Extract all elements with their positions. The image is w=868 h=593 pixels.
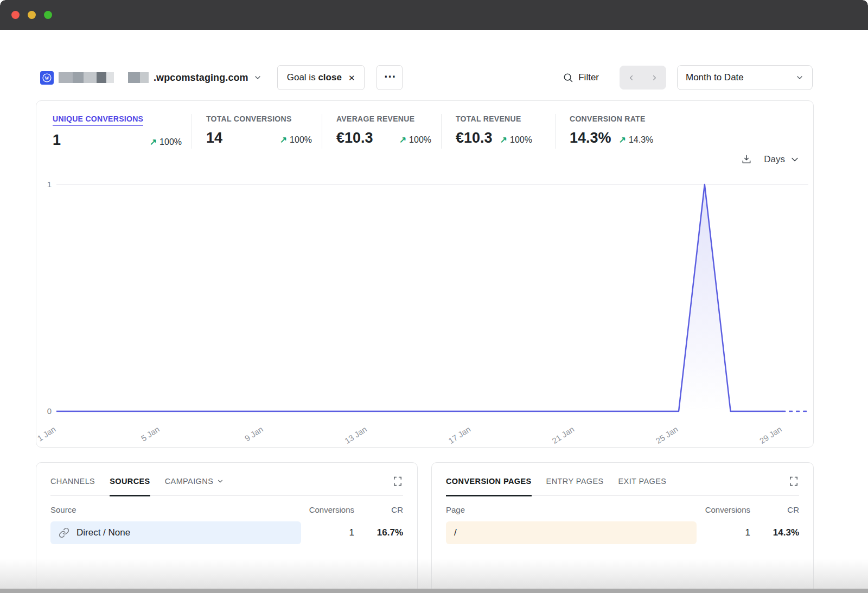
date-range-value: Month to Date bbox=[686, 72, 744, 83]
metric-change: ↗100% bbox=[500, 135, 532, 145]
metric-label: TOTAL REVENUE bbox=[456, 114, 521, 123]
search-icon bbox=[563, 72, 573, 83]
previous-period-button[interactable] bbox=[620, 66, 643, 90]
svg-text:17 Jan: 17 Jan bbox=[446, 424, 472, 444]
trend-up-icon: ↗ bbox=[619, 135, 626, 145]
svg-text:9 Jan: 9 Jan bbox=[243, 424, 265, 443]
metric-average-revenue[interactable]: AVERAGE REVENUE €10.3 ↗100% bbox=[322, 114, 441, 149]
chevron-down-icon bbox=[789, 154, 800, 165]
row-cr: 16.7% bbox=[354, 527, 403, 538]
header-bar: W .wpcomstaging.com Goal is close ✕ ⋯ bbox=[40, 65, 403, 90]
column-cr: CR bbox=[354, 505, 403, 514]
tab-channels[interactable]: CHANNELS bbox=[50, 477, 95, 496]
header-right-controls: Filter Month to Date bbox=[563, 65, 813, 90]
svg-text:W: W bbox=[44, 75, 49, 80]
trend-up-icon: ↗ bbox=[500, 135, 507, 145]
svg-text:13 Jan: 13 Jan bbox=[343, 424, 368, 444]
sources-table-header: Source Conversions CR bbox=[50, 505, 403, 514]
metric-conversion-rate[interactable]: CONVERSION RATE 14.3% ↗14.3% bbox=[555, 114, 696, 149]
column-page: Page bbox=[446, 505, 691, 514]
filter-button[interactable]: Filter bbox=[563, 72, 599, 83]
download-icon[interactable] bbox=[741, 154, 752, 165]
metric-tabs: UNIQUE CONVERSIONS 1 ↗100% TOTAL CONVERS… bbox=[36, 101, 813, 149]
trend-up-icon: ↗ bbox=[280, 135, 287, 145]
column-conversions: Conversions bbox=[691, 505, 750, 514]
app-content: W .wpcomstaging.com Goal is close ✕ ⋯ Fi… bbox=[0, 30, 868, 593]
metric-total-conversions[interactable]: TOTAL CONVERSIONS 14 ↗100% bbox=[192, 114, 322, 149]
source-name: Direct / None bbox=[50, 527, 295, 538]
fullscreen-icon bbox=[392, 476, 403, 487]
site-selector[interactable]: W .wpcomstaging.com bbox=[40, 71, 262, 85]
metric-change: ↗100% bbox=[150, 137, 182, 147]
minimize-window-button[interactable] bbox=[28, 11, 36, 19]
row-cr: 14.3% bbox=[750, 527, 799, 538]
svg-text:1: 1 bbox=[47, 180, 52, 189]
tab-exit-pages[interactable]: EXIT PAGES bbox=[618, 477, 667, 496]
metric-change: ↗100% bbox=[399, 135, 431, 145]
window-bottom-edge bbox=[0, 589, 868, 593]
chevron-down-icon bbox=[216, 477, 224, 485]
remove-filter-icon[interactable]: ✕ bbox=[348, 74, 355, 82]
granularity-value: Days bbox=[764, 154, 785, 165]
more-options-button[interactable]: ⋯ bbox=[376, 65, 403, 90]
chevron-right-icon bbox=[650, 74, 659, 82]
chevron-left-icon bbox=[627, 74, 635, 82]
pages-card: CONVERSION PAGES ENTRY PAGES EXIT PAGES … bbox=[431, 462, 814, 593]
conversions-card: UNIQUE CONVERSIONS 1 ↗100% TOTAL CONVERS… bbox=[36, 100, 814, 448]
metric-value: 14.3% bbox=[570, 130, 611, 146]
column-source: Source bbox=[50, 505, 295, 514]
chevron-down-icon bbox=[795, 73, 804, 82]
metric-value: 1 bbox=[53, 132, 61, 149]
table-row[interactable]: / 1 14.3% bbox=[446, 521, 799, 544]
fullscreen-icon bbox=[788, 476, 799, 487]
granularity-select[interactable]: Days bbox=[764, 154, 800, 165]
metric-label: AVERAGE REVENUE bbox=[336, 114, 414, 123]
goal-filter-text: Goal is close bbox=[287, 72, 342, 83]
table-row[interactable]: Direct / None 1 16.7% bbox=[50, 521, 403, 544]
metric-value: €10.3 bbox=[336, 130, 373, 146]
row-conversions: 1 bbox=[691, 527, 750, 538]
metric-value: 14 bbox=[206, 130, 222, 146]
tab-campaigns[interactable]: CAMPAIGNS bbox=[165, 477, 225, 496]
date-range-select[interactable]: Month to Date bbox=[677, 65, 813, 90]
pages-tabs: CONVERSION PAGES ENTRY PAGES EXIT PAGES bbox=[446, 477, 799, 496]
trend-up-icon: ↗ bbox=[150, 137, 157, 147]
svg-text:25 Jan: 25 Jan bbox=[654, 424, 680, 444]
metric-total-revenue[interactable]: TOTAL REVENUE €10.3 ↗100% bbox=[441, 114, 555, 149]
metric-change: ↗100% bbox=[280, 135, 312, 145]
filter-label: Filter bbox=[578, 72, 599, 83]
wordpress-icon: W bbox=[40, 71, 54, 85]
expand-pages-button[interactable] bbox=[788, 476, 799, 488]
metric-label: CONVERSION RATE bbox=[570, 114, 646, 123]
column-cr: CR bbox=[750, 505, 799, 514]
metric-value: €10.3 bbox=[456, 130, 493, 146]
redacted-site-name bbox=[59, 72, 149, 83]
svg-text:1 Jan: 1 Jan bbox=[36, 424, 58, 443]
expand-sources-button[interactable] bbox=[392, 476, 403, 488]
sources-tabs: CHANNELS SOURCES CAMPAIGNS bbox=[50, 477, 403, 496]
next-period-button[interactable] bbox=[643, 66, 666, 90]
chevron-down-icon bbox=[253, 73, 262, 82]
close-window-button[interactable] bbox=[11, 11, 20, 19]
metric-label: TOTAL CONVERSIONS bbox=[206, 114, 292, 123]
metric-label: UNIQUE CONVERSIONS bbox=[53, 114, 143, 126]
row-conversions: 1 bbox=[295, 527, 354, 538]
svg-text:5 Jan: 5 Jan bbox=[139, 424, 161, 443]
date-pager bbox=[620, 66, 666, 90]
svg-text:0: 0 bbox=[47, 406, 52, 416]
link-icon bbox=[59, 527, 69, 538]
metric-change: ↗14.3% bbox=[619, 135, 654, 145]
column-conversions: Conversions bbox=[295, 505, 354, 514]
tab-conversion-pages[interactable]: CONVERSION PAGES bbox=[446, 477, 532, 496]
conversions-area-chart: 101 Jan5 Jan9 Jan13 Jan17 Jan21 Jan25 Ja… bbox=[36, 170, 814, 444]
tab-sources[interactable]: SOURCES bbox=[110, 477, 150, 496]
metric-unique-conversions[interactable]: UNIQUE CONVERSIONS 1 ↗100% bbox=[53, 114, 192, 149]
svg-text:21 Jan: 21 Jan bbox=[550, 424, 576, 444]
tab-entry-pages[interactable]: ENTRY PAGES bbox=[546, 477, 604, 496]
macos-window: W .wpcomstaging.com Goal is close ✕ ⋯ Fi… bbox=[0, 0, 868, 593]
page-name: / bbox=[446, 527, 691, 538]
chart-controls: Days bbox=[741, 154, 800, 165]
window-titlebar bbox=[0, 0, 868, 30]
goal-filter-chip[interactable]: Goal is close ✕ bbox=[277, 65, 365, 90]
zoom-window-button[interactable] bbox=[44, 11, 52, 19]
